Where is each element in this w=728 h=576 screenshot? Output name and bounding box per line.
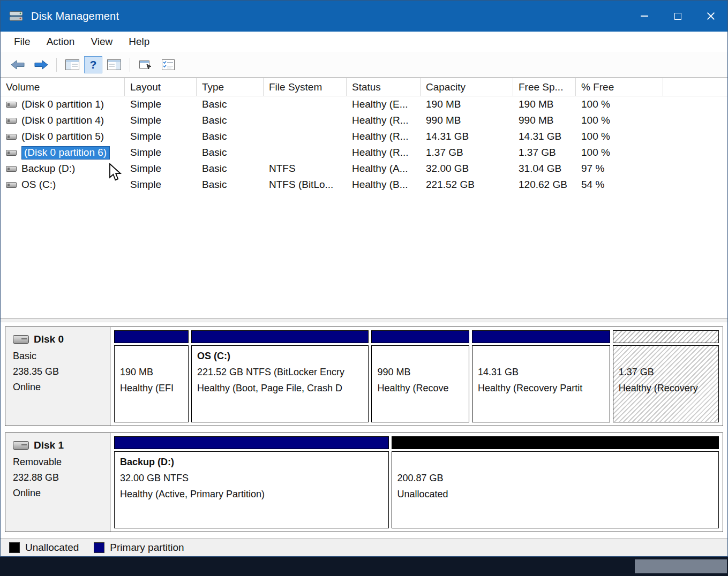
unallocated-swatch xyxy=(9,542,20,553)
partition-color-band xyxy=(114,436,389,449)
partition-size: 32.00 GB NTFS xyxy=(120,470,383,486)
partition-unallocated[interactable]: 200.87 GB Unallocated xyxy=(392,436,719,528)
cell-type: Basic xyxy=(197,179,264,191)
disk-management-app-icon[interactable] xyxy=(9,10,24,22)
partition-size: 990 MB xyxy=(377,364,463,380)
cell-file-system: NTFS (BitLo... xyxy=(264,179,347,191)
disk-management-window: Disk Management File Action View Help xyxy=(0,0,728,557)
cell-layout: Simple xyxy=(125,163,197,175)
partition-backup-d[interactable]: Backup (D:) 32.00 GB NTFS Healthy (Activ… xyxy=(114,436,389,528)
column-header-pct-free[interactable]: % Free xyxy=(576,78,663,96)
disk-status: Online xyxy=(13,486,104,501)
volume-name: (Disk 0 partition 5) xyxy=(21,131,104,142)
partition-color-band xyxy=(472,330,610,343)
partition-status: Unallocated xyxy=(397,486,713,502)
pane-splitter[interactable] xyxy=(1,318,727,322)
column-header-filler xyxy=(663,78,727,96)
properties-button[interactable] xyxy=(135,55,156,74)
cell-capacity: 990 MB xyxy=(421,115,513,126)
table-row[interactable]: (Disk 0 partition 4) Simple Basic Health… xyxy=(1,112,727,128)
disk-icon xyxy=(13,335,29,344)
partition-title: Backup (D:) xyxy=(120,454,383,470)
properties-window-icon xyxy=(139,59,152,70)
titlebar[interactable]: Disk Management xyxy=(1,1,727,32)
disk-size: 238.35 GB xyxy=(13,364,104,380)
cell-type: Basic xyxy=(197,163,264,175)
cell-free-space: 190 MB xyxy=(513,98,576,110)
minimize-button[interactable] xyxy=(628,1,661,32)
cell-pct-free: 54 % xyxy=(576,179,663,191)
partition-efi[interactable]: 190 MB Healthy (EFI xyxy=(114,330,189,422)
partition-990mb[interactable]: 990 MB Healthy (Recove xyxy=(371,330,469,422)
column-header-free-space[interactable]: Free Sp... xyxy=(513,78,576,96)
disk-1-row: Disk 1 Removable 232.88 GB Online Backup… xyxy=(5,433,723,532)
disk-icon xyxy=(13,441,29,450)
cell-free-space: 990 MB xyxy=(513,115,576,126)
back-button[interactable] xyxy=(7,55,29,74)
partition-title xyxy=(619,348,713,364)
cell-status: Healthy (R... xyxy=(347,147,421,158)
column-header-capacity[interactable]: Capacity xyxy=(421,78,513,96)
menu-view[interactable]: View xyxy=(82,34,121,50)
partition-recovery-1gb-selected[interactable]: 1.37 GB Healthy (Recovery xyxy=(613,330,719,422)
disk-0-info[interactable]: Disk 0 Basic 238.35 GB Online xyxy=(5,327,110,426)
menu-help[interactable]: Help xyxy=(121,34,157,50)
volume-name: OS (C:) xyxy=(21,179,56,191)
console-tree-icon xyxy=(65,59,79,70)
taskbar-tray[interactable] xyxy=(635,559,727,573)
disk-name: Disk 0 xyxy=(34,334,64,345)
partition-size: 14.31 GB xyxy=(478,364,604,380)
export-list-button[interactable] xyxy=(157,55,179,74)
cell-free-space: 120.62 GB xyxy=(513,179,576,191)
taskbar[interactable] xyxy=(0,557,728,576)
cell-layout: Simple xyxy=(125,147,197,158)
partition-color-band xyxy=(191,330,369,343)
disk-1-info[interactable]: Disk 1 Removable 232.88 GB Online xyxy=(5,433,110,532)
disk-0-row: Disk 0 Basic 238.35 GB Online 190 MB Hea… xyxy=(5,327,723,426)
partition-title: OS (C:) xyxy=(197,348,363,364)
column-header-volume[interactable]: Volume xyxy=(1,78,125,96)
volume-name: (Disk 0 partition 4) xyxy=(21,115,104,126)
disk-name: Disk 1 xyxy=(34,439,64,451)
partition-os-c[interactable]: OS (C:) 221.52 GB NTFS (BitLocker Encry … xyxy=(191,330,369,422)
disk-kind: Removable xyxy=(13,454,104,470)
volume-list-pane: Volume Layout Type File System Status Ca… xyxy=(1,78,727,318)
partition-color-band xyxy=(613,330,719,343)
cell-type: Basic xyxy=(197,147,264,158)
help-button[interactable]: ? xyxy=(84,56,102,73)
close-button[interactable] xyxy=(694,1,727,32)
cell-type: Basic xyxy=(197,98,264,110)
help-icon: ? xyxy=(90,58,97,71)
table-row[interactable]: Backup (D:) Simple Basic NTFS Healthy (A… xyxy=(1,161,727,177)
back-arrow-icon xyxy=(11,60,26,70)
action-pane-button[interactable] xyxy=(103,55,125,74)
partition-recovery-14gb[interactable]: 14.31 GB Healthy (Recovery Partit xyxy=(472,330,610,422)
cell-file-system: NTFS xyxy=(264,163,347,175)
column-header-layout[interactable]: Layout xyxy=(125,78,197,96)
menu-action[interactable]: Action xyxy=(39,34,83,50)
screen: Disk Management File Action View Help xyxy=(0,0,728,576)
cell-status: Healthy (A... xyxy=(347,163,421,175)
column-header-type[interactable]: Type xyxy=(197,78,264,96)
column-header-status[interactable]: Status xyxy=(347,78,421,96)
forward-button[interactable] xyxy=(30,55,51,74)
partition-color-band xyxy=(392,436,719,449)
partition-status: Healthy (EFI xyxy=(120,380,183,396)
maximize-icon xyxy=(674,13,681,20)
table-row[interactable]: (Disk 0 partition 5) Simple Basic Health… xyxy=(1,128,727,145)
cell-type: Basic xyxy=(197,115,264,126)
console-tree-button[interactable] xyxy=(62,55,83,74)
table-row[interactable]: OS (C:) Simple Basic NTFS (BitLo... Heal… xyxy=(1,177,727,193)
toolbar-separator xyxy=(56,58,57,72)
cell-pct-free: 100 % xyxy=(576,147,663,158)
column-header-file-system[interactable]: File System xyxy=(264,78,347,96)
disk-kind: Basic xyxy=(13,348,104,364)
table-row[interactable]: (Disk 0 partition 1) Simple Basic Health… xyxy=(1,96,727,112)
volume-icon xyxy=(6,166,17,172)
partition-size: 200.87 GB xyxy=(397,470,713,486)
cell-pct-free: 100 % xyxy=(576,98,663,110)
table-row-selected[interactable]: (Disk 0 partition 6) Simple Basic Health… xyxy=(1,145,727,161)
maximize-button[interactable] xyxy=(661,1,694,32)
legend-bar: Unallocated Primary partition xyxy=(1,539,727,556)
menu-file[interactable]: File xyxy=(6,34,39,50)
